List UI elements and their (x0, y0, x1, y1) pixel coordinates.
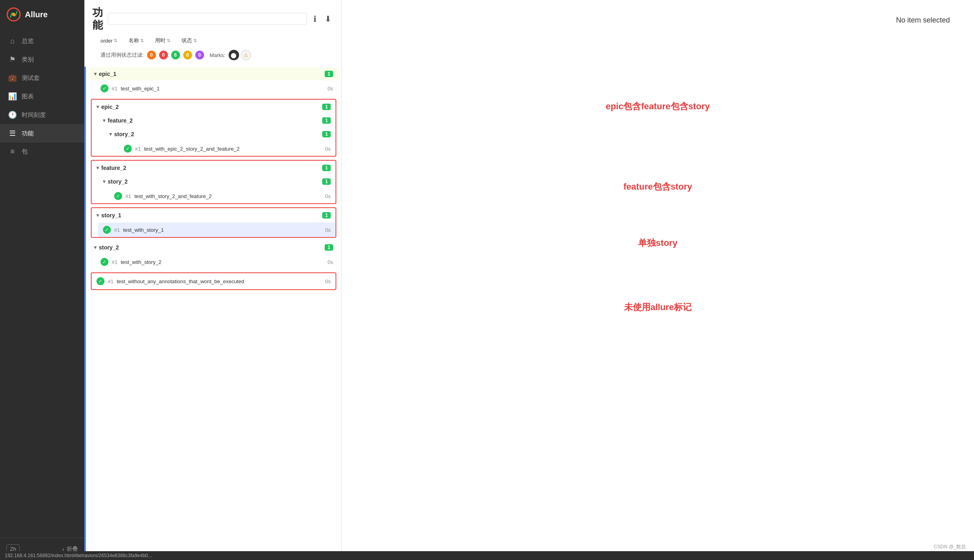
sidebar-item-label: 总览 (22, 37, 34, 45)
home-icon: ⌂ (8, 37, 17, 45)
filter-row: order ⇅ 名称 ⇅ 用时 ⇅ 状态 ⇅ (92, 35, 333, 47)
pass-icon: ✓ (124, 145, 132, 153)
test-item[interactable]: ✓ #1 test_without_any_annotations_that_w… (92, 273, 336, 289)
sidebar-item-label: 包 (22, 148, 28, 155)
group-count: 1 (322, 178, 331, 185)
subgroup-feature-2: ▾ feature_2 1 ▾ story_2 1 (92, 114, 336, 156)
sidebar-item-label: 类别 (22, 56, 34, 63)
sidebar-item-suites[interactable]: 💼 测试套 (0, 69, 84, 87)
test-item[interactable]: ✓ #1 test_with_epic_2_story_2_and_featur… (119, 141, 336, 156)
group-name: story_2 (114, 131, 322, 137)
group-count: 1 (325, 244, 333, 251)
test-duration: 0s (327, 259, 333, 265)
sort-arrow-icon: ⇅ (167, 38, 170, 43)
group-header-epic-2[interactable]: ▾ epic_2 1 (92, 100, 336, 113)
sidebar-item-categories[interactable]: ⚑ 类别 (0, 50, 84, 69)
test-num: #1 (112, 259, 117, 265)
subgroup-story-2: ▾ story_2 1 ✓ #1 test_with_epic_2_story_… (98, 128, 336, 156)
main-content: 功能 ℹ ⬇ order ⇅ 名称 ⇅ (84, 0, 974, 560)
pass-icon: ✓ (96, 277, 104, 285)
test-name: test_without_any_annotations_that_wont_b… (117, 278, 325, 284)
status-badge-red[interactable]: 0 (159, 51, 168, 59)
sort-status[interactable]: 状态 ⇅ (182, 37, 197, 44)
title-row: 功能 ℹ ⬇ (92, 6, 333, 31)
svg-point-1 (12, 13, 15, 16)
group-header-epic-1[interactable]: ▾ epic_1 1 (89, 67, 338, 80)
sort-name[interactable]: 名称 ⇅ (129, 37, 144, 44)
group-header-feature-2[interactable]: ▾ feature_2 1 (98, 114, 336, 127)
allure-logo-icon (6, 7, 21, 22)
marks-label: Marks: (210, 52, 225, 58)
chevron-down-icon: ▾ (96, 213, 99, 218)
group-count: 1 (325, 71, 333, 77)
test-num: #1 (114, 227, 120, 233)
page-title: 功能 (92, 6, 103, 31)
test-name: test_with_story_2_and_feature_2 (134, 193, 325, 199)
sort-arrow-icon: ⇅ (193, 38, 197, 43)
group-name: epic_1 (99, 71, 325, 77)
test-num: #1 (135, 146, 141, 152)
sidebar-item-behaviors[interactable]: ☰ 功能 (0, 124, 84, 143)
left-panel: 功能 ℹ ⬇ order ⇅ 名称 ⇅ (84, 0, 342, 560)
sidebar-item-packages[interactable]: ≡ 包 (0, 143, 84, 161)
test-item[interactable]: ✓ #1 test_with_story_2 0s (96, 255, 338, 269)
chevron-down-icon: ▾ (96, 165, 99, 171)
chevron-down-icon: ▾ (94, 71, 96, 77)
chevron-down-icon: ▾ (103, 118, 105, 123)
test-list-nested: ✓ #1 test_with_epic_2_story_2_and_featur… (104, 141, 336, 156)
chart-icon: 📊 (8, 92, 17, 101)
annotation-epic-feature-story: epic包含feature包含story (606, 100, 710, 112)
group-header-feature-2-top[interactable]: ▾ feature_2 1 (92, 161, 336, 174)
no-item-selected: No item selected (896, 16, 950, 25)
sidebar-item-graphs[interactable]: 📊 图表 (0, 87, 84, 106)
group-header-story-1[interactable]: ▾ story_1 1 (92, 209, 336, 222)
test-list: ▾ epic_1 1 ✓ #1 test_with_epic_1 0s (86, 67, 341, 560)
group-header-story-2-plain[interactable]: ▾ story_2 1 (89, 241, 338, 254)
annotation-solo-story: 单独story (638, 237, 677, 249)
group-name: feature_2 (108, 117, 322, 124)
test-item[interactable]: ✓ #1 test_with_story_1 0s (98, 223, 336, 237)
status-badge-yellow[interactable]: 0 (183, 51, 192, 59)
group-feature-2-section: ▾ feature_2 1 ▾ story_2 1 (91, 160, 336, 204)
annotation-feature-story: feature包含story (623, 181, 692, 193)
status-badge-green[interactable]: 6 (171, 51, 180, 59)
sort-order[interactable]: order ⇅ (100, 38, 117, 44)
watermark: CSDN @_数息 (934, 544, 966, 550)
sort-duration[interactable]: 用时 ⇅ (155, 37, 170, 44)
flag-icon: ⚑ (8, 55, 17, 64)
mark-circle-icon[interactable]: ⬤ (229, 50, 239, 60)
group-story-2: ▾ story_2 1 ✓ #1 test_with_story_2 0s (89, 241, 338, 269)
info-button[interactable]: ℹ (312, 13, 318, 25)
download-button[interactable]: ⬇ (323, 13, 333, 25)
pass-icon: ✓ (103, 226, 111, 234)
pass-icon: ✓ (114, 192, 122, 200)
test-item[interactable]: ✓ #1 test_with_story_2_and_feature_2 0s (109, 189, 336, 203)
sidebar-item-overview[interactable]: ⌂ 总览 (0, 32, 84, 50)
test-name: test_with_epic_1 (121, 86, 327, 92)
logo-text: Allure (25, 10, 48, 19)
sidebar-item-label: 图表 (22, 93, 34, 100)
group-story-1-section: ▾ story_1 1 ✓ #1 test_with_story_1 0s (91, 207, 336, 238)
test-duration: 0s (325, 227, 331, 233)
group-header-story-2[interactable]: ▾ story_2 1 (104, 128, 336, 141)
test-item[interactable]: ✓ #1 test_with_epic_1 0s (96, 81, 338, 96)
test-num: #1 (108, 278, 113, 284)
briefcase-icon: 💼 (8, 74, 17, 82)
status-badge-orange[interactable]: 0 (147, 51, 156, 59)
mark-warning-icon[interactable]: ⚠ (241, 50, 251, 60)
sidebar-item-label: 时间刻度 (22, 111, 46, 119)
group-name: story_2 (108, 178, 322, 185)
group-header-story-2-inner[interactable]: ▾ story_2 1 (98, 175, 336, 188)
group-name: story_1 (101, 212, 322, 219)
group-count: 1 (322, 104, 331, 110)
chevron-down-icon: ▾ (94, 245, 96, 250)
test-duration: 0s (325, 193, 331, 199)
search-input[interactable] (108, 13, 307, 25)
group-no-annotation-section: ✓ #1 test_without_any_annotations_that_w… (91, 272, 336, 290)
test-duration: 0s (325, 278, 331, 284)
test-name: test_with_story_1 (123, 227, 325, 233)
group-children: ✓ #1 test_with_epic_1 0s (89, 81, 338, 96)
status-badge-purple[interactable]: 0 (195, 51, 204, 59)
sidebar-item-timeline[interactable]: 🕐 时间刻度 (0, 106, 84, 124)
pass-icon: ✓ (100, 84, 108, 92)
